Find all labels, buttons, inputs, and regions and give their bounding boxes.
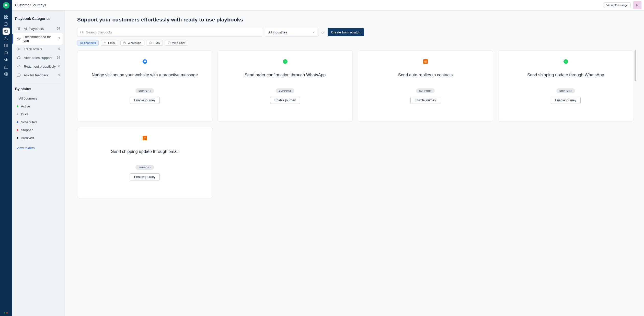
enable-journey-button[interactable]: Enable journey bbox=[551, 97, 581, 104]
search-input[interactable] bbox=[86, 30, 259, 34]
status-dot-icon bbox=[17, 137, 18, 139]
sidebar-status-label: Scheduled bbox=[21, 120, 37, 124]
app-switcher-icon[interactable] bbox=[4, 312, 8, 313]
bot-icon[interactable] bbox=[3, 49, 10, 56]
playbook-card-title: Send shipping update through email bbox=[111, 145, 178, 158]
avatar[interactable]: R bbox=[633, 1, 641, 9]
playbook-card: Send auto-replies to contactsSUPPORTEnab… bbox=[358, 50, 493, 122]
sidebar-category-recommended-for-you[interactable]: Recommended for you7 bbox=[14, 33, 63, 45]
channel-chip-label: WhatsApp bbox=[128, 41, 141, 44]
toolbar: All industries or Create from scratch bbox=[77, 28, 637, 37]
sidebar-status-draft[interactable]: Draft bbox=[14, 110, 63, 118]
settings-icon[interactable] bbox=[3, 70, 10, 78]
playbook-card: Send shipping update through emailSUPPOR… bbox=[77, 127, 212, 198]
playbook-card-tag: SUPPORT bbox=[416, 88, 435, 93]
gear-icon bbox=[17, 47, 21, 51]
star-icon bbox=[17, 37, 21, 41]
playbook-card-tag: SUPPORT bbox=[135, 165, 154, 170]
campaigns-icon[interactable] bbox=[3, 56, 10, 63]
search-icon bbox=[80, 30, 84, 34]
email-icon bbox=[423, 59, 428, 64]
sidebar-category-reach-out-proactively[interactable]: Reach out proactively6 bbox=[14, 62, 63, 71]
conversations-icon[interactable] bbox=[3, 20, 10, 28]
enable-journey-button[interactable]: Enable journey bbox=[130, 97, 160, 104]
brand-logo bbox=[3, 2, 9, 9]
view-plan-usage-button[interactable]: View plan usage bbox=[604, 2, 631, 8]
playbook-card-tag: SUPPORT bbox=[135, 88, 154, 93]
sidebar-status-scheduled[interactable]: Scheduled bbox=[14, 118, 63, 126]
channel-chip-all-channels[interactable]: All channels bbox=[77, 40, 99, 46]
sidebar-category-ask-for-feedback[interactable]: Ask for feedback9 bbox=[14, 71, 63, 79]
categories-heading: Playbook Categories bbox=[15, 17, 62, 21]
search-input-wrap[interactable] bbox=[77, 28, 262, 37]
sidebar-status-label: Archived bbox=[21, 136, 34, 140]
sidebar-status-active[interactable]: Active bbox=[14, 102, 63, 110]
book-icon[interactable] bbox=[3, 42, 10, 49]
dashboard-icon[interactable] bbox=[3, 13, 10, 20]
status-dot-icon bbox=[17, 129, 18, 131]
sidebar-category-label: Track orders bbox=[24, 47, 42, 51]
headset-icon bbox=[17, 55, 21, 60]
playbook-card: Send order confirmation through WhatsApp… bbox=[217, 50, 353, 122]
sidebar-category-after-sales-support[interactable]: After-sales support24 bbox=[14, 53, 63, 62]
whatsapp-icon bbox=[123, 41, 126, 44]
view-folders-link[interactable]: View folders bbox=[17, 146, 35, 150]
contacts-icon[interactable] bbox=[3, 35, 10, 42]
svg-point-5 bbox=[5, 31, 6, 31]
sidebar-status-label: Draft bbox=[21, 112, 28, 116]
chat-icon bbox=[143, 59, 147, 64]
chat-icon bbox=[17, 73, 21, 77]
channel-chip-email[interactable]: Email bbox=[101, 40, 118, 46]
sidebar-category-count: 6 bbox=[58, 65, 60, 68]
reports-icon[interactable] bbox=[3, 63, 10, 70]
sidebar-status-stopped[interactable]: Stopped bbox=[14, 126, 63, 134]
svg-rect-0 bbox=[4, 15, 6, 16]
svg-rect-7 bbox=[5, 52, 7, 54]
svg-rect-2 bbox=[4, 17, 6, 19]
channel-chip-label: All channels bbox=[80, 41, 96, 44]
enable-journey-button[interactable]: Enable journey bbox=[410, 97, 440, 104]
sidebar-category-all-playbooks[interactable]: All Playbooks54 bbox=[14, 24, 63, 33]
svg-rect-1 bbox=[6, 15, 8, 16]
playbook-card-title: Nudge visitors on your website with a pr… bbox=[92, 69, 198, 81]
channel-chip-whatsapp[interactable]: WhatsApp bbox=[120, 40, 144, 46]
page-title: Customer Journeys bbox=[15, 3, 46, 7]
create-from-scratch-button[interactable]: Create from scratch bbox=[328, 28, 364, 36]
industry-select-label: All industries bbox=[268, 30, 287, 34]
playbook-card: Send shipping update through WhatsAppSUP… bbox=[498, 50, 633, 122]
svg-point-13 bbox=[80, 31, 83, 33]
industry-select[interactable]: All industries bbox=[265, 28, 318, 37]
playbook-card: Nudge visitors on your website with a pr… bbox=[77, 50, 212, 122]
channel-chip-web-chat[interactable]: Web Chat bbox=[165, 40, 188, 46]
webchat-icon bbox=[168, 41, 171, 44]
sidebar-category-count: 7 bbox=[58, 37, 60, 41]
journeys-icon[interactable] bbox=[3, 28, 10, 35]
playbook-card-title: Send order confirmation through WhatsApp bbox=[245, 69, 326, 81]
sidebar-status-label: Stopped bbox=[21, 128, 33, 132]
channel-chip-sms[interactable]: SMS bbox=[146, 40, 163, 46]
sidebar-category-track-orders[interactable]: Track orders5 bbox=[14, 45, 63, 53]
sidebar-status-all-journeys[interactable]: All Journeys bbox=[14, 94, 63, 102]
sidebar-category-count: 9 bbox=[58, 73, 60, 77]
sidebar-category-label: Reach out proactively bbox=[24, 65, 56, 68]
sidebar-category-label: Recommended for you bbox=[24, 35, 56, 43]
enable-journey-button[interactable]: Enable journey bbox=[130, 173, 160, 180]
status-dot-icon bbox=[17, 121, 18, 123]
sidebar-status-archived[interactable]: Archived bbox=[14, 134, 63, 142]
sidebar-category-label: Ask for feedback bbox=[24, 73, 49, 77]
sidebar: Playbook Categories All Playbooks54Recom… bbox=[12, 10, 65, 316]
enable-journey-button[interactable]: Enable journey bbox=[270, 97, 300, 104]
playbook-card-tag: SUPPORT bbox=[276, 88, 294, 93]
sidebar-category-count: 54 bbox=[57, 27, 60, 30]
sidebar-category-count: 5 bbox=[58, 47, 60, 51]
scrollbar-thumb[interactable] bbox=[635, 50, 636, 81]
status-dot-icon bbox=[17, 105, 18, 107]
sidebar-category-label: After-sales support bbox=[24, 56, 52, 60]
svg-point-6 bbox=[5, 37, 7, 38]
sidebar-category-count: 24 bbox=[57, 56, 60, 59]
stack-icon bbox=[17, 26, 21, 31]
channel-chips: All channelsEmailWhatsAppSMSWeb Chat bbox=[77, 40, 637, 46]
playbook-grid: Nudge visitors on your website with a pr… bbox=[77, 50, 637, 209]
channel-chip-label: Email bbox=[108, 41, 116, 44]
playbook-card-title: Send shipping update through WhatsApp bbox=[527, 69, 604, 81]
